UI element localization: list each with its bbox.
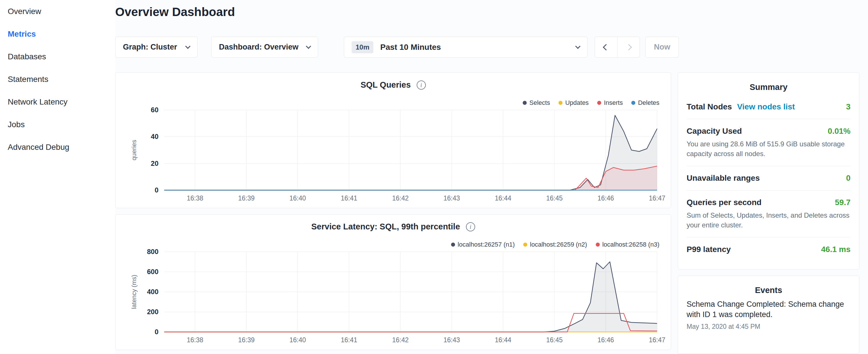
svg-text:16:45: 16:45 [546, 336, 563, 344]
summary-value: 0 [846, 173, 850, 183]
event-text: Schema Change Completed: Schema change w… [687, 299, 850, 320]
svg-text:16:40: 16:40 [289, 336, 306, 344]
svg-text:16:43: 16:43 [443, 336, 460, 344]
time-step-buttons [595, 37, 640, 58]
legend-dot-icon [451, 243, 455, 247]
svg-text:60: 60 [151, 106, 158, 114]
info-icon[interactable]: i [417, 81, 426, 90]
legend-dot-icon [631, 101, 635, 105]
events-panel-title: Events [687, 286, 850, 295]
chart-title: Service Latency: SQL, 99th percentile [311, 222, 460, 231]
summary-panel: Summary Total NodesView nodes list3Capac… [678, 72, 859, 269]
events-list: Schema Change Completed: Schema change w… [687, 299, 850, 330]
page-title: Overview Dashboard [115, 5, 235, 19]
svg-text:800: 800 [147, 248, 158, 255]
dashboard-dropdown-label: Dashboard: Overview [219, 43, 299, 52]
dashboard-dropdown[interactable]: Dashboard: Overview [211, 37, 318, 58]
svg-text:16:46: 16:46 [597, 336, 614, 344]
svg-text:16:41: 16:41 [341, 336, 358, 344]
info-icon[interactable]: i [466, 222, 475, 231]
summary-label: Total Nodes [687, 102, 732, 111]
sql-queries-plot: 16:3816:3916:4016:4116:4216:4316:4416:45… [121, 105, 666, 204]
chart-title: SQL Queries [361, 80, 411, 89]
svg-text:16:42: 16:42 [392, 194, 409, 202]
time-forward-button[interactable] [617, 37, 640, 57]
event-timestamp: May 13, 2020 at 4:45 PM [687, 323, 850, 330]
svg-text:16:38: 16:38 [187, 336, 204, 344]
sidebar-item-databases[interactable]: Databases [0, 45, 115, 68]
svg-text:16:44: 16:44 [495, 336, 512, 344]
svg-text:16:43: 16:43 [443, 194, 460, 202]
legend-dot-icon [523, 101, 527, 105]
summary-label: P99 latency [687, 245, 731, 254]
svg-text:16:39: 16:39 [238, 194, 255, 202]
summary-value: 59.7 [835, 198, 851, 207]
svg-text:16:40: 16:40 [289, 194, 306, 202]
chevron-right-icon [625, 44, 632, 51]
service-latency-chart-card: Service Latency: SQL, 99th percentile i … [115, 214, 671, 350]
legend-dot-icon [559, 101, 562, 105]
svg-text:400: 400 [147, 288, 158, 296]
summary-subtext: You are using 28.6 MiB of 515.9 GiB usab… [687, 139, 850, 158]
summary-subtext: Sum of Selects, Updates, Inserts, and De… [687, 211, 850, 230]
events-panel: Events Schema Change Completed: Schema c… [678, 276, 859, 354]
now-button-label: Now [654, 43, 670, 52]
chevron-left-icon [603, 44, 610, 51]
svg-text:20: 20 [151, 160, 158, 167]
svg-text:16:44: 16:44 [495, 194, 512, 202]
summary-label: Capacity Used [687, 127, 742, 136]
sidebar-item-statements[interactable]: Statements [0, 68, 115, 91]
chart-title-row: SQL Queries i [116, 80, 671, 90]
svg-text:16:45: 16:45 [546, 194, 563, 202]
svg-text:16:47: 16:47 [649, 336, 665, 344]
graph-dropdown-label: Graph: Cluster [123, 43, 177, 52]
summary-value: 0.01% [828, 127, 850, 136]
chart-title-row: Service Latency: SQL, 99th percentile i [116, 222, 671, 231]
chevron-down-icon [185, 43, 190, 49]
sidebar-item-jobs[interactable]: Jobs [0, 113, 115, 136]
svg-text:16:46: 16:46 [597, 194, 614, 202]
svg-text:16:41: 16:41 [341, 194, 358, 202]
summary-label: Unavailable ranges [687, 173, 760, 183]
svg-text:16:42: 16:42 [392, 336, 409, 344]
legend-dot-icon [596, 243, 600, 247]
svg-text:40: 40 [151, 133, 158, 140]
summary-value: 46.1 ms [821, 245, 850, 254]
sidebar-item-overview[interactable]: Overview [0, 0, 115, 23]
summary-link[interactable]: View nodes list [737, 102, 795, 111]
svg-text:600: 600 [147, 268, 158, 276]
svg-text:16:47: 16:47 [649, 194, 665, 202]
svg-text:queries: queries [130, 140, 137, 160]
summary-row: Capacity Used0.01%You are using 28.6 MiB… [687, 119, 850, 166]
summary-row: Total NodesView nodes list3 [687, 95, 850, 119]
sidebar-item-advanced-debug[interactable]: Advanced Debug [0, 136, 115, 158]
chevron-down-icon [306, 43, 311, 49]
service-latency-plot: 16:3816:3916:4016:4116:4216:4316:4416:45… [121, 247, 666, 345]
summary-rows: Total NodesView nodes list3Capacity Used… [687, 95, 850, 261]
svg-text:16:39: 16:39 [238, 336, 255, 344]
svg-text:0: 0 [155, 186, 158, 194]
sql-queries-chart-card: SQL Queries i SelectsUpdatesInsertsDelet… [115, 72, 671, 208]
chevron-down-icon [575, 43, 580, 49]
svg-text:latency (ms): latency (ms) [130, 275, 137, 309]
time-range-label: Past 10 Minutes [380, 43, 576, 52]
time-back-button[interactable] [595, 37, 617, 57]
svg-text:0: 0 [155, 328, 158, 336]
time-range-badge: 10m [351, 41, 373, 53]
summary-panel-title: Summary [687, 83, 850, 92]
svg-text:200: 200 [147, 308, 158, 316]
summary-row: Queries per second59.7Sum of Selects, Up… [687, 190, 850, 237]
sidebar-item-metrics[interactable]: Metrics [0, 23, 115, 45]
now-button[interactable]: Now [645, 37, 679, 58]
legend-dot-icon [523, 243, 527, 247]
summary-row: Unavailable ranges0 [687, 166, 850, 190]
event-item[interactable]: Schema Change Completed: Schema change w… [687, 299, 850, 330]
summary-label: Queries per second [687, 198, 762, 207]
summary-value: 3 [846, 102, 850, 111]
sidebar-item-network-latency[interactable]: Network Latency [0, 91, 115, 113]
time-range-dropdown[interactable]: 10m Past 10 Minutes [344, 37, 587, 58]
svg-text:16:38: 16:38 [187, 194, 204, 202]
sidebar: OverviewMetricsDatabasesStatementsNetwor… [0, 0, 115, 354]
summary-row: P99 latency46.1 ms [687, 237, 850, 261]
graph-dropdown[interactable]: Graph: Cluster [115, 37, 197, 58]
